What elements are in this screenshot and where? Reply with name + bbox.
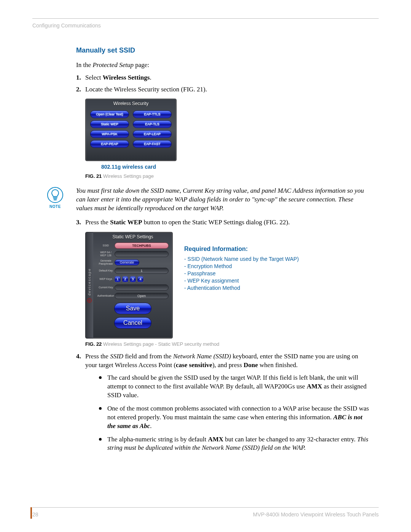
fig21-caption: FIG. 21 Wireless Settings page bbox=[85, 173, 369, 180]
steps-list: 1. Select Wireless Settings. 2. Locate t… bbox=[76, 73, 369, 180]
wep-mode-field[interactable] bbox=[115, 251, 169, 257]
step-num: 1. bbox=[76, 73, 81, 82]
lightbulb-icon bbox=[47, 187, 64, 203]
devicescape-side: devicescape e bbox=[86, 232, 93, 338]
page-frame: Configuring Communications Manually set … bbox=[32, 18, 379, 457]
figure-21: Wireless Security Open (Clear Text) EAP-… bbox=[85, 99, 369, 171]
step-2: 2. Locate the Wireless Security section … bbox=[76, 85, 369, 180]
page-content: Manually set SSID In the Protected Setup… bbox=[76, 46, 369, 452]
auth-field[interactable]: Open bbox=[115, 293, 169, 299]
static-wep-panel: devicescape e Static WEP Settings SSID T… bbox=[85, 232, 173, 339]
req-item: - Authentication Method bbox=[184, 284, 299, 292]
s4i: when finished. bbox=[258, 361, 298, 369]
req-item: - WEP Key assignment bbox=[184, 277, 299, 284]
b3b: AMX bbox=[208, 436, 223, 443]
step-3-pre: Press the bbox=[85, 219, 110, 226]
wep-key-1-button[interactable]: 1 bbox=[115, 276, 121, 282]
wpa-psk-button[interactable]: WPA-PSK bbox=[90, 130, 129, 138]
static-wep-button[interactable]: Static WEP bbox=[90, 120, 129, 128]
s4d: Network Name (SSID) bbox=[173, 353, 231, 360]
devicescape-text: devicescape bbox=[87, 268, 92, 296]
default-key-label: Default Key bbox=[97, 269, 115, 272]
req-item: - SSID (Network Name used by the Target … bbox=[184, 256, 299, 263]
intro-suffix: page: bbox=[134, 61, 149, 69]
current-key-label: Current Key bbox=[97, 286, 115, 289]
required-info-heading: Required Information: bbox=[184, 245, 299, 253]
step-3-post: button to open the Static WEP Settings d… bbox=[142, 219, 290, 226]
step-4: 4. Press the SSID field and from the Net… bbox=[76, 352, 369, 452]
wep-form: Static WEP Settings SSID TECHPUBS WEP 64… bbox=[93, 232, 172, 338]
s4f: case sensitive bbox=[176, 361, 212, 369]
s4h: Done bbox=[244, 361, 258, 369]
wep-key-3-button[interactable]: 3 bbox=[130, 276, 136, 282]
page-footer: 28 MVP-8400i Modero Viewpoint Wireless T… bbox=[32, 507, 379, 518]
step-1-post: . bbox=[150, 74, 151, 81]
s4b: SSID bbox=[110, 353, 123, 360]
panel-title: Wireless Security bbox=[86, 99, 176, 109]
bullet-1: The card should be given the SSID used b… bbox=[99, 374, 369, 400]
intro-italic: Protected Setup bbox=[92, 61, 133, 69]
wep-key-2-button[interactable]: 2 bbox=[122, 276, 128, 282]
wep-key-4-button[interactable]: 4 bbox=[137, 276, 143, 282]
auth-label: Authentication bbox=[97, 294, 115, 297]
req-item: - Passphrase bbox=[184, 270, 299, 277]
current-key-field[interactable] bbox=[115, 284, 169, 291]
step-1-pre: Select bbox=[85, 74, 103, 81]
s4g: ), and press bbox=[212, 361, 244, 369]
save-button[interactable]: Save bbox=[114, 303, 151, 314]
fig21-caption-text: Wireless Settings page bbox=[102, 173, 154, 179]
open-clear-text-button[interactable]: Open (Clear Text) bbox=[90, 110, 129, 118]
required-info-aside: Required Information: - SSID (Network Na… bbox=[184, 245, 299, 291]
b2c: . bbox=[150, 422, 151, 430]
wep-mode-label: WEP 64 / WEP 128 bbox=[97, 251, 115, 257]
eap-tls-button[interactable]: EAP-TLS bbox=[133, 120, 172, 128]
wep-panel-title: Static WEP Settings bbox=[93, 232, 172, 242]
doc-title: MVP-8400i Modero Viewpoint Wireless Touc… bbox=[253, 511, 379, 518]
wep-keys-label: WEP Keys bbox=[97, 278, 115, 281]
step-3-bold: Static WEP bbox=[110, 219, 142, 226]
s4c: field and from the bbox=[123, 353, 173, 360]
step-2-text: Locate the Wireless Security section (FI… bbox=[85, 86, 207, 93]
note-text: You must first take down the SSID name, … bbox=[76, 187, 369, 213]
fig22-caption-text: Wireless Settings page - Static WEP secu… bbox=[102, 341, 219, 347]
step-num: 3. bbox=[76, 218, 81, 227]
step-3: 3. Press the Static WEP button to open t… bbox=[76, 218, 369, 348]
intro-paragraph: In the Protected Setup page: bbox=[76, 61, 369, 70]
generate-button[interactable]: Generate bbox=[115, 259, 139, 265]
intro-prefix: In the bbox=[76, 61, 92, 69]
section-title: Manually set SSID bbox=[76, 46, 369, 55]
fig21-label: FIG. 21 bbox=[85, 173, 102, 179]
devicescape-e-icon: e bbox=[87, 298, 92, 303]
bullet-3: The alpha-numeric string is by default A… bbox=[99, 435, 369, 453]
wireless-security-panel: Wireless Security Open (Clear Text) EAP-… bbox=[85, 99, 177, 161]
eap-ttls-button[interactable]: EAP-TTLS bbox=[133, 110, 172, 118]
note-label: NOTE bbox=[44, 204, 67, 209]
default-key-field[interactable]: 1 bbox=[115, 268, 169, 274]
b3c: but can later be changed to any 32-chara… bbox=[223, 436, 357, 443]
running-head: Configuring Communications bbox=[32, 22, 379, 29]
ssid-label: SSID bbox=[97, 244, 115, 247]
wep-key-buttons: 1 2 3 4 bbox=[115, 276, 143, 282]
cancel-button[interactable]: Cancel bbox=[114, 317, 151, 329]
eap-peap-button[interactable]: EAP-PEAP bbox=[90, 140, 129, 148]
fig22-label: FIG. 22 bbox=[85, 341, 102, 347]
req-item: - Encryption Method bbox=[184, 263, 299, 270]
ssid-field[interactable]: TECHPUBS bbox=[115, 243, 169, 249]
step-4-bullets: The card should be given the SSID used b… bbox=[99, 374, 369, 453]
steps-list-cont: 3. Press the Static WEP button to open t… bbox=[76, 218, 369, 453]
fig21-subcaption: 802.11g wireless card bbox=[101, 163, 369, 171]
step-num: 4. bbox=[76, 352, 81, 361]
figure-22-row: devicescape e Static WEP Settings SSID T… bbox=[85, 232, 369, 339]
step-1: 1. Select Wireless Settings. bbox=[76, 73, 369, 82]
bullet-2: One of the most common problems associat… bbox=[99, 404, 369, 431]
fig22-caption: FIG. 22 Wireless Settings page - Static … bbox=[85, 341, 369, 348]
note-block: NOTE You must first take down the SSID n… bbox=[44, 187, 369, 213]
page-number: 28 bbox=[32, 511, 38, 518]
eap-leap-button[interactable]: EAP-LEAP bbox=[133, 130, 172, 138]
security-button-grid: Open (Clear Text) EAP-TTLS Static WEP EA… bbox=[86, 109, 176, 148]
b1b: AMX bbox=[307, 383, 322, 390]
b3a: The alpha-numeric string is by default bbox=[107, 436, 208, 443]
eap-fast-button[interactable]: EAP-FAST bbox=[133, 140, 172, 148]
b2a: One of the most common problems associat… bbox=[107, 405, 369, 421]
footer-accent bbox=[30, 507, 32, 519]
